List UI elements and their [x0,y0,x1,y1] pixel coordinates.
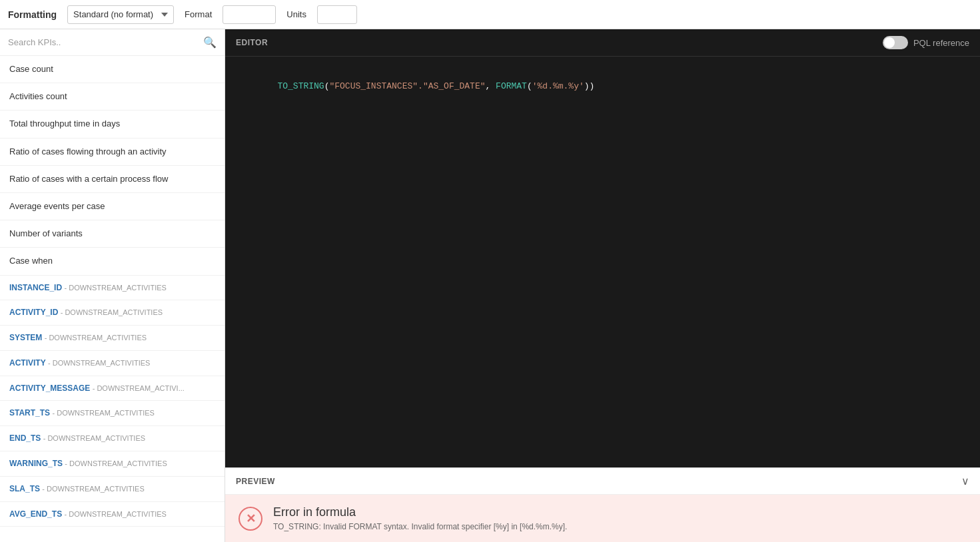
search-icon: 🔍 [203,36,217,49]
preview-section: PREVIEW ∨ ✕ Error in formula TO_STRING: … [225,467,980,542]
kpi-item-compound[interactable]: ACTIVITY - DOWNSTREAM_ACTIVITIES [0,351,225,376]
preview-title: PREVIEW [236,477,275,486]
kpi-item-compound[interactable]: ACTIVITY_MESSAGE - DOWNSTREAM_ACTIVI... [0,376,225,402]
kpi-item-main: AVG_END_TS [9,509,62,519]
kpi-item-compound[interactable]: INSTANCE_ID - DOWNSTREAM_ACTIVITIES [0,276,225,301]
kpi-item-simple[interactable]: Ratio of cases with a certain process fl… [0,166,225,193]
kpi-item-compound[interactable]: SLA_TS - DOWNSTREAM_ACTIVITIES [0,477,225,502]
search-input[interactable] [8,37,198,47]
chevron-down-icon: ∨ [961,475,969,487]
code-arg2: '%d.%m.%y' [532,81,584,91]
kpi-item-sub: - DOWNSTREAM_ACTIVITIES [64,284,166,292]
kpi-item-simple[interactable]: Total throughput time in days [0,111,225,138]
units-label: Units [286,9,306,19]
kpi-item-simple[interactable]: Average events per case [0,193,225,220]
kpi-item-main: SLA_TS [9,484,40,493]
kpi-item-simple[interactable]: Number of variants [0,220,225,248]
kpi-item-sub: - DOWNSTREAM_ACTIVITIES [48,359,150,367]
editor-header: EDITOR PQL reference [225,29,980,57]
kpi-item-simple[interactable]: Case when [0,248,225,275]
error-content: Error in formula TO_STRING: Invalid FORM… [273,505,567,531]
format-input[interactable] [223,5,276,24]
kpi-item-main: WARNING_TS [9,459,63,468]
kpi-item-compound[interactable]: ACTIVITY_ID - DOWNSTREAM_ACTIVITIES [0,300,225,326]
kpi-item-sub: - DOWNSTREAM_ACTIVITIES [65,459,167,467]
code-func-format: FORMAT [496,81,527,91]
kpi-item-simple[interactable]: Activities count [0,83,225,111]
pql-toggle[interactable] [883,36,908,49]
kpi-item-main: ACTIVITY [9,358,46,368]
error-banner: ✕ Error in formula TO_STRING: Invalid FO… [225,495,980,542]
kpi-item-compound[interactable]: SYSTEM - DOWNSTREAM_ACTIVITIES [0,326,225,351]
kpi-item-compound[interactable]: START_TS - DOWNSTREAM_ACTIVITIES [0,401,225,426]
kpi-list: Case countActivities countTotal throughp… [0,56,225,542]
sidebar: 🔍 Case countActivities countTotal throug… [0,29,225,542]
kpi-item-sub: - DOWNSTREAM_ACTIVI... [93,384,185,392]
kpi-item-sub: - DOWNSTREAM_ACTIVITIES [43,434,145,442]
units-input[interactable] [317,5,357,24]
kpi-item-main: START_TS [9,408,50,417]
pql-reference-label[interactable]: PQL reference [913,38,969,48]
code-func-tostring: TO_STRING [277,81,324,91]
main-layout: 🔍 Case countActivities countTotal throug… [0,29,980,542]
right-panel: EDITOR PQL reference TO_STRING("FOCUS_IN… [225,29,980,542]
code-arg1: "FOCUS_INSTANCES"."AS_OF_DATE" [329,81,485,91]
editor-area[interactable]: TO_STRING("FOCUS_INSTANCES"."AS_OF_DATE"… [225,57,980,467]
kpi-item-compound[interactable]: END_TS - DOWNSTREAM_ACTIVITIES [0,426,225,451]
code-line: TO_STRING("FOCUS_INSTANCES"."AS_OF_DATE"… [236,66,969,107]
kpi-item-main: INSTANCE_ID [9,283,62,292]
error-message: TO_STRING: Invalid FORMAT syntax. Invali… [273,522,567,531]
kpi-item-sub: - DOWNSTREAM_ACTIVITIES [45,334,147,342]
preview-header[interactable]: PREVIEW ∨ [225,468,980,495]
error-icon: ✕ [239,507,262,531]
kpi-item-main: ACTIVITY_ID [9,308,58,317]
kpi-item-main: SYSTEM [9,333,42,342]
kpi-item-sub: - DOWNSTREAM_ACTIVITIES [42,485,144,493]
kpi-item-sub: - DOWNSTREAM_ACTIVITIES [52,409,154,417]
kpi-item-main: END_TS [9,433,41,443]
editor-title: EDITOR [236,38,268,47]
kpi-item-simple[interactable]: Case count [0,56,225,83]
kpi-item-main: ACTIVITY_MESSAGE [9,384,90,393]
kpi-item-sub: - DOWNSTREAM_ACTIVITIES [64,510,166,518]
kpi-item-simple[interactable]: Ratio of cases flowing through an activi… [0,138,225,166]
pql-toggle-area: PQL reference [883,36,969,49]
kpi-item-compound[interactable]: WARNING_TS - DOWNSTREAM_ACTIVITIES [0,451,225,477]
formatting-label: Formatting [8,9,57,20]
search-box: 🔍 [0,29,225,56]
toolbar: Formatting Standard (no format)NumberPer… [0,0,980,29]
kpi-item-sub: - DOWNSTREAM_ACTIVITIES [61,308,163,316]
format-label: Format [185,9,212,19]
format-select[interactable]: Standard (no format)NumberPercentageCurr… [67,5,174,24]
error-title: Error in formula [273,505,567,519]
kpi-item-compound[interactable]: AVG_END_TS - DOWNSTREAM_ACTIVITIES [0,502,225,527]
